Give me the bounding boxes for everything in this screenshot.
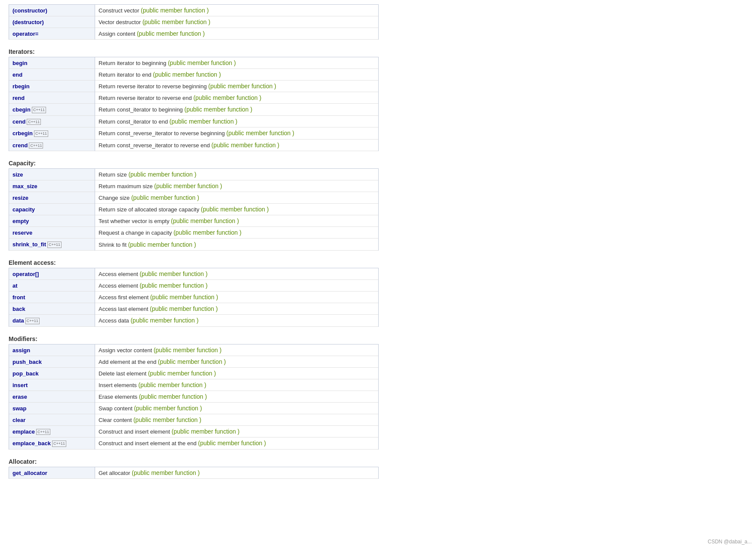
function-name[interactable]: rbegin: [12, 83, 30, 90]
table-row: rendReturn reverse iterator to reverse e…: [9, 92, 379, 104]
table-row: assignAssign vector content (public memb…: [9, 344, 379, 356]
public-member-link[interactable]: (public member function ): [141, 7, 209, 14]
table-row: sizeReturn size (public member function …: [9, 169, 379, 180]
function-name[interactable]: front: [12, 294, 25, 301]
function-name[interactable]: operator[]: [12, 271, 39, 277]
function-name[interactable]: cbegin: [12, 106, 31, 113]
public-member-link[interactable]: (public member function ): [211, 142, 279, 149]
function-name[interactable]: pop_back: [12, 370, 39, 377]
public-member-link[interactable]: (public member function ): [226, 130, 294, 136]
table-row: emplaceC++11Construct and insert element…: [9, 425, 379, 437]
function-name[interactable]: size: [12, 171, 23, 178]
public-member-link[interactable]: (public member function ): [158, 358, 226, 365]
function-description: Access last element: [99, 306, 150, 312]
function-name[interactable]: max_size: [12, 183, 37, 189]
function-description: Delete last element: [99, 370, 148, 377]
public-member-link[interactable]: (public member function ): [134, 405, 202, 412]
public-member-link[interactable]: (public member function ): [133, 416, 201, 423]
public-member-link[interactable]: (public member function ): [132, 469, 200, 476]
function-name[interactable]: assign: [12, 347, 30, 354]
public-member-link[interactable]: (public member function ): [184, 106, 252, 113]
function-name[interactable]: capacity: [12, 206, 35, 213]
function-name[interactable]: emplace_back: [12, 440, 51, 447]
public-member-link[interactable]: (public member function ): [154, 183, 222, 189]
function-name[interactable]: operator=: [12, 31, 38, 37]
function-name[interactable]: cend: [12, 118, 25, 125]
table-row: (constructor)Construct vector (public me…: [9, 5, 379, 16]
public-member-link[interactable]: (public member function ): [128, 171, 196, 178]
function-name[interactable]: data: [12, 317, 24, 324]
public-member-link[interactable]: (public member function ): [137, 30, 205, 37]
public-member-link[interactable]: (public member function ): [171, 217, 239, 224]
function-description: Construct and insert element at the end: [99, 440, 198, 447]
section-header-capacity: Capacity:: [9, 156, 379, 168]
function-name[interactable]: (destructor): [12, 19, 44, 25]
table-row: rbeginReturn reverse iterator to reverse…: [9, 81, 379, 92]
public-member-link[interactable]: (public member function ): [150, 305, 218, 312]
cpp11-badge: C++11: [34, 130, 48, 137]
table-row: operator[]Access element (public member …: [9, 268, 379, 279]
function-name[interactable]: emplace: [12, 428, 35, 435]
public-member-link[interactable]: (public member function ): [131, 194, 199, 201]
function-name[interactable]: push_back: [12, 359, 42, 365]
public-member-link[interactable]: (public member function ): [154, 347, 222, 354]
function-description: Request a change in capacity: [99, 230, 173, 236]
function-name[interactable]: get_allocator: [12, 470, 47, 476]
function-name[interactable]: clear: [12, 417, 25, 423]
function-description: Change size: [99, 195, 131, 201]
function-name[interactable]: rend: [12, 95, 25, 101]
function-description: Return iterator to beginning: [99, 60, 168, 66]
cpp11-badge: C++11: [47, 242, 62, 248]
function-name[interactable]: empty: [12, 218, 29, 224]
cpp11-badge: C++11: [32, 107, 46, 113]
public-member-link[interactable]: (public member function ): [150, 294, 218, 301]
function-name[interactable]: erase: [12, 394, 27, 400]
public-member-link[interactable]: (public member function ): [198, 440, 266, 447]
public-member-link[interactable]: (public member function ): [193, 94, 261, 101]
function-description: Insert elements: [99, 382, 139, 388]
public-member-link[interactable]: (public member function ): [142, 19, 210, 25]
public-member-link[interactable]: (public member function ): [139, 393, 207, 400]
public-member-link[interactable]: (public member function ): [139, 282, 207, 289]
function-description: Shrink to fit: [99, 242, 128, 248]
public-member-link[interactable]: (public member function ): [170, 118, 238, 125]
function-name[interactable]: shrink_to_fit: [12, 241, 46, 248]
public-member-link[interactable]: (public member function ): [148, 370, 216, 377]
function-description: Return const_reverse_iterator to reverse…: [99, 142, 211, 149]
public-member-link[interactable]: (public member function ): [130, 317, 198, 324]
function-description: Test whether vector is empty: [99, 218, 171, 224]
public-member-link[interactable]: (public member function ): [139, 382, 207, 388]
function-name[interactable]: insert: [12, 382, 28, 388]
function-name[interactable]: resize: [12, 195, 28, 201]
function-name[interactable]: crbegin: [12, 130, 33, 136]
function-name[interactable]: crend: [12, 142, 28, 149]
public-member-link[interactable]: (public member function ): [173, 229, 241, 236]
function-name[interactable]: reserve: [12, 230, 32, 236]
function-name[interactable]: end: [12, 71, 22, 78]
table-row: atAccess element (public member function…: [9, 279, 379, 291]
table-element-access: operator[]Access element (public member …: [9, 268, 379, 327]
table-row: beginReturn iterator to beginning (publi…: [9, 57, 379, 69]
function-description: Assign content: [99, 31, 137, 37]
function-name[interactable]: at: [12, 282, 18, 289]
public-member-link[interactable]: (public member function ): [172, 428, 240, 435]
function-name[interactable]: (constructor): [12, 7, 47, 14]
function-name[interactable]: back: [12, 306, 25, 312]
public-member-link[interactable]: (public member function ): [168, 59, 236, 66]
public-member-link[interactable]: (public member function ): [139, 270, 207, 277]
cpp11-badge: C++11: [36, 429, 50, 435]
function-name[interactable]: swap: [12, 405, 27, 412]
section-header-allocator: Allocator:: [9, 455, 379, 467]
function-description: Vector destructor: [99, 19, 142, 25]
table-row: capacityReturn size of allocated storage…: [9, 204, 379, 215]
public-member-link[interactable]: (public member function ): [153, 71, 221, 78]
table-row: shrink_to_fitC++11Shrink to fit (public …: [9, 239, 379, 251]
function-description: Clear content: [99, 417, 133, 423]
table-row: get_allocatorGet allocator (public membe…: [9, 467, 379, 478]
public-member-link[interactable]: (public member function ): [208, 83, 276, 90]
public-member-link[interactable]: (public member function ): [201, 206, 269, 213]
function-name[interactable]: begin: [12, 60, 28, 66]
cpp11-badge: C++11: [52, 440, 66, 447]
public-member-link[interactable]: (public member function ): [128, 241, 196, 248]
table-row: emptyTest whether vector is empty (publi…: [9, 215, 379, 227]
